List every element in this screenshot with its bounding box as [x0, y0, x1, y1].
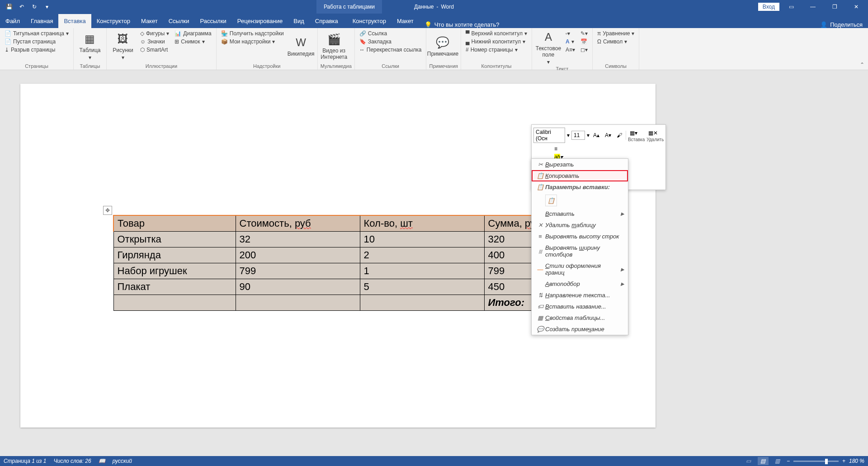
zoom-in-button[interactable]: + — [842, 458, 845, 464]
table-cell[interactable]: Открытка — [113, 232, 236, 247]
table-cell[interactable] — [113, 295, 236, 311]
ctx-insert-caption[interactable]: 🏷 Вставить название... — [532, 301, 628, 312]
delete-table-button[interactable]: ▦✕ — [646, 129, 664, 137]
table-cell[interactable] — [236, 295, 360, 311]
table-cell[interactable]: 799 — [236, 263, 360, 279]
table-cell[interactable]: 2 — [360, 247, 484, 263]
ctx-insert[interactable]: Вставить ▶ — [532, 208, 628, 219]
tab-view[interactable]: Вид — [288, 14, 310, 28]
table-header-cell[interactable]: Кол-во, шт — [360, 215, 484, 232]
screenshot-button[interactable]: ⊞Снимок▾ — [173, 38, 213, 45]
table-header-cell[interactable]: Стоимость, руб — [236, 215, 360, 232]
drop-cap-button[interactable]: A≡▾ — [564, 46, 577, 53]
tab-review[interactable]: Рецензирование — [232, 14, 288, 28]
grow-font-button[interactable]: A▴ — [591, 131, 601, 139]
footer-button[interactable]: ▄Нижний колонтитул▾ — [464, 38, 529, 45]
tab-design[interactable]: Конструктор — [91, 14, 136, 28]
page-indicator[interactable]: Страница 1 из 1 — [4, 458, 46, 464]
print-layout-button[interactable]: ▤ — [758, 457, 769, 465]
ctx-distribute-rows[interactable]: ≡ Выровнять высоту строк — [532, 231, 628, 242]
symbol-button[interactable]: ΩСимвол▾ — [595, 38, 636, 45]
header-button[interactable]: ▀Верхний колонтитул▾ — [464, 30, 529, 37]
object-button[interactable]: ◻▾ — [579, 46, 590, 53]
language-indicator[interactable]: русский — [113, 458, 132, 464]
ctx-table-properties[interactable]: ▦ Свойства таблицы... — [532, 312, 628, 323]
tab-file[interactable]: Файл — [0, 14, 25, 28]
shapes-button[interactable]: ◇Фигуры▾ — [138, 30, 171, 37]
close-button[interactable]: ✕ — [846, 0, 866, 14]
table-cell[interactable]: Гирлянда — [113, 247, 236, 263]
align-button[interactable]: ≡ — [552, 145, 566, 153]
quick-parts-button[interactable]: ▫▾ — [564, 30, 577, 37]
table-header-cell[interactable]: Товар — [113, 215, 236, 232]
save-button[interactable]: 💾 — [4, 1, 14, 12]
ribbon-display-options[interactable]: ▭ — [781, 0, 801, 14]
tab-insert[interactable]: Вставка — [58, 14, 91, 28]
paste-keep-source-button[interactable]: 📋 — [545, 195, 557, 206]
tab-references[interactable]: Ссылки — [163, 14, 195, 28]
proofing-icon[interactable]: 📖 — [99, 458, 105, 464]
collapse-ribbon-button[interactable]: ⌃ — [860, 62, 864, 68]
maximize-button[interactable]: ❐ — [825, 0, 844, 14]
table-cell[interactable]: 10 — [360, 232, 484, 247]
zoom-level[interactable]: 180 % — [849, 458, 864, 464]
ctx-text-direction[interactable]: ⇅ Направление текста... — [532, 290, 628, 301]
read-mode-button[interactable]: ▭ — [743, 457, 754, 465]
get-addins-button[interactable]: 🏪Получить надстройки — [219, 30, 286, 37]
tab-table-layout[interactable]: Макет — [392, 14, 419, 28]
cover-page-button[interactable]: 📄Титульная страница▾ — [3, 30, 71, 37]
qat-customize[interactable]: ▾ — [42, 1, 52, 12]
comment-button[interactable]: 💬 Примечание — [429, 30, 456, 62]
insert-table-button[interactable]: ▦▾ — [628, 129, 645, 137]
tab-layout[interactable]: Макет — [136, 14, 163, 28]
table-cell[interactable]: 200 — [236, 247, 360, 263]
shrink-font-button[interactable]: A▾ — [603, 131, 613, 139]
table-move-handle[interactable]: ✥ — [103, 206, 112, 215]
table-cell[interactable]: Плакат — [113, 279, 236, 295]
minimize-button[interactable]: — — [803, 0, 823, 14]
signature-button[interactable]: ✎▾ — [579, 30, 590, 37]
zoom-out-button[interactable]: − — [787, 458, 790, 464]
link-button[interactable]: 🔗Ссылка — [358, 30, 424, 37]
equation-button[interactable]: πУравнение▾ — [595, 30, 636, 37]
zoom-slider[interactable] — [793, 461, 839, 462]
table-cell[interactable]: 5 — [360, 279, 484, 295]
document-area[interactable]: ✥ Товар Стоимость, руб Кол-во, шт Сумма,… — [0, 70, 868, 456]
table-cell[interactable]: 90 — [236, 279, 360, 295]
my-addins-button[interactable]: 📦Мои надстройки▾ — [219, 38, 286, 45]
web-layout-button[interactable]: ▥ — [772, 457, 783, 465]
textbox-button[interactable]: A Текстовое поле ▾ — [535, 30, 562, 65]
chart-button[interactable]: 📊Диаграмма — [173, 30, 213, 37]
tab-table-design[interactable]: Конструктор — [347, 14, 392, 28]
tab-home[interactable]: Главная — [25, 14, 58, 28]
page-break-button[interactable]: ⤓Разрыв страницы — [3, 46, 71, 53]
ctx-autofit[interactable]: Автоподбор ▶ — [532, 278, 628, 290]
tell-me-search[interactable]: 💡 Что вы хотите сделать? — [419, 21, 505, 28]
redo-button[interactable]: ↻ — [29, 1, 40, 12]
zoom-thumb[interactable] — [825, 459, 828, 464]
blank-page-button[interactable]: 📄Пустая страница — [3, 38, 71, 45]
page-number-button[interactable]: #Номер страницы▾ — [464, 46, 529, 53]
ctx-copy[interactable]: 📋 Копировать — [532, 170, 628, 181]
bookmark-button[interactable]: 🔖Закладка — [358, 38, 424, 45]
ctx-distribute-cols[interactable]: ⫼ Выровнять ширину столбцов — [532, 242, 628, 260]
datetime-button[interactable]: 📅 — [579, 38, 590, 45]
wikipedia-button[interactable]: W Википедия — [288, 30, 315, 62]
table-button[interactable]: ▦ Таблица ▾ — [76, 30, 104, 62]
table-cell[interactable]: 32 — [236, 232, 360, 247]
format-painter-button[interactable]: 🖌 — [615, 131, 624, 139]
tab-mailings[interactable]: Рассылки — [194, 14, 231, 28]
word-count[interactable]: Число слов: 26 — [53, 458, 91, 464]
login-button[interactable]: Вход — [758, 3, 779, 11]
font-size-selector[interactable]: 11 — [571, 131, 585, 140]
table-cell[interactable] — [360, 295, 484, 311]
ctx-delete-table[interactable]: ✕ Удалить таблицу — [532, 219, 628, 231]
smartart-button[interactable]: ⬡SmartArt — [138, 46, 171, 53]
undo-button[interactable]: ↶ — [16, 1, 27, 12]
tab-help[interactable]: Справка — [310, 14, 344, 28]
wordart-button[interactable]: A▾ — [564, 38, 577, 45]
table-cell[interactable]: 1 — [360, 263, 484, 279]
ctx-new-comment[interactable]: 💬 Создать примечание — [532, 323, 628, 335]
ctx-border-styles[interactable]: — Стили оформления границ ▶ — [532, 260, 628, 278]
table-cell[interactable]: Набор игрушек — [113, 263, 236, 279]
